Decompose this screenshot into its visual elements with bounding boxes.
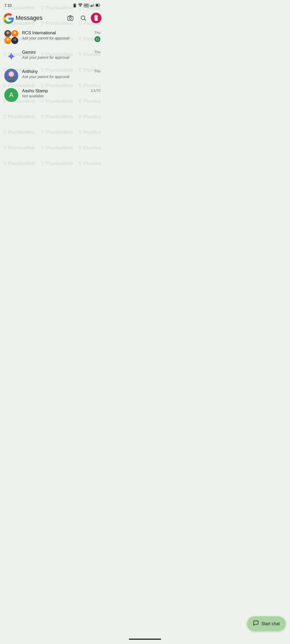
svg-point-26 xyxy=(9,71,14,77)
svg-rect-6 xyxy=(96,4,98,6)
gemini-avatar xyxy=(4,49,18,63)
google-logo xyxy=(3,13,13,23)
vibrate-icon: 📳 xyxy=(73,3,77,8)
rcs-meta: Thu 11 xyxy=(95,30,100,42)
svg-rect-3 xyxy=(93,4,93,7)
avatar-quad-3 xyxy=(4,37,11,44)
gemini-meta: Thu xyxy=(95,49,100,54)
svg-point-22 xyxy=(13,38,16,41)
anthony-avatar-group xyxy=(4,69,18,83)
rcs-time: Thu xyxy=(95,31,100,35)
svg-rect-4 xyxy=(93,3,94,7)
svg-point-20 xyxy=(6,38,9,41)
app-title: Messages xyxy=(16,14,62,21)
rcs-unread-badge: 11 xyxy=(95,36,100,42)
svg-rect-25 xyxy=(4,77,18,83)
avatar-quad-2 xyxy=(11,30,18,37)
svg-rect-15 xyxy=(95,18,98,21)
aashu-avatar: A xyxy=(4,88,18,102)
camera-button[interactable] xyxy=(65,13,76,23)
aashu-time: 1/1/70 xyxy=(91,89,100,93)
svg-point-16 xyxy=(6,31,9,34)
wifi-icon xyxy=(78,3,82,8)
aashu-meta: 1/1/70 xyxy=(91,88,100,93)
anthony-name: Anthony xyxy=(22,69,91,74)
rcs-name: RCS International xyxy=(22,31,91,35)
status-bar: 7:10 📳 HD xyxy=(0,0,105,10)
anthony-meta: Thu xyxy=(95,69,100,73)
anthony-preview: Ask your parent for approval xyxy=(22,75,91,79)
toolbar-icons xyxy=(65,13,102,23)
profile-avatar xyxy=(91,13,102,23)
svg-point-18 xyxy=(13,31,16,34)
hd-icon: HD xyxy=(84,4,89,7)
signal-icon xyxy=(90,3,94,8)
gemini-text: Gemini Ask your parent for approval xyxy=(22,49,91,60)
gemini-preview: Ask your parent for approval xyxy=(22,55,91,60)
aashu-preview: Not available xyxy=(22,94,87,98)
svg-point-8 xyxy=(69,17,71,19)
conversation-item-rcs-international[interactable]: RCS International Ask your parent for ap… xyxy=(0,27,105,47)
conversation-list: RCS International Ask your parent for ap… xyxy=(0,26,105,105)
conversation-item-gemini[interactable]: Gemini Ask your parent for approval Thu xyxy=(0,47,105,66)
aashu-name: Aashu Stamp xyxy=(22,89,87,93)
conversation-item-anthony[interactable]: Anthony Ask your parent for approval Thu xyxy=(0,66,105,85)
svg-line-10 xyxy=(85,19,86,21)
anthony-time: Thu xyxy=(95,69,100,73)
gemini-name: Gemini xyxy=(22,50,91,55)
svg-point-0 xyxy=(80,6,81,7)
avatar-quad-4 xyxy=(11,37,18,44)
search-button[interactable] xyxy=(78,13,89,23)
rcs-text: RCS International Ask your parent for ap… xyxy=(22,30,91,40)
svg-point-9 xyxy=(81,16,85,20)
anthony-text: Anthony Ask your parent for approval xyxy=(22,69,91,79)
status-icons: 📳 HD xyxy=(73,3,100,8)
svg-rect-1 xyxy=(90,5,91,7)
rcs-avatar-group xyxy=(4,30,18,44)
toolbar: Messages xyxy=(0,10,105,26)
avatar-quad-1 xyxy=(4,30,11,37)
status-time: 7:10 xyxy=(4,3,12,8)
profile-avatar-button[interactable] xyxy=(91,13,102,23)
svg-rect-2 xyxy=(92,5,92,7)
conversation-item-aashu-stamp[interactable]: A Aashu Stamp Not available 1/1/70 xyxy=(0,85,105,105)
anthony-avatar xyxy=(4,69,18,83)
rcs-preview: Ask your parent for approval xyxy=(22,36,91,40)
battery-icon xyxy=(96,3,100,8)
aashu-text: Aashu Stamp Not available xyxy=(22,88,87,98)
gemini-time: Thu xyxy=(95,50,100,54)
aashu-avatar-group: A xyxy=(4,88,18,102)
